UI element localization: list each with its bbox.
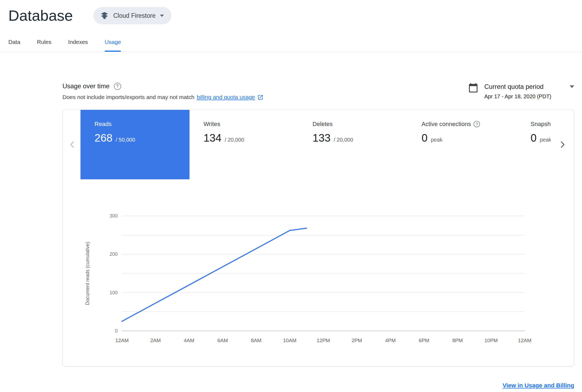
metrics-scroll-left-button[interactable]: [66, 110, 78, 179]
svg-text:4PM: 4PM: [385, 338, 396, 343]
svg-text:0: 0: [115, 328, 118, 334]
metric-label: Active connections: [422, 121, 471, 128]
usage-panel: Usage over time ? Does not include impor…: [62, 82, 574, 389]
svg-text:10AM: 10AM: [283, 338, 297, 343]
tab-usage-label: Usage: [105, 39, 121, 45]
svg-text:2AM: 2AM: [150, 338, 161, 343]
product-selector[interactable]: Cloud Firestore: [93, 7, 171, 24]
svg-text:4AM: 4AM: [184, 338, 194, 343]
svg-text:300: 300: [110, 213, 118, 219]
page-title: Database: [8, 7, 73, 24]
tab-bar: Data Rules Indexes Usage: [0, 32, 582, 52]
svg-text:10PM: 10PM: [485, 338, 498, 343]
product-selector-label: Cloud Firestore: [113, 12, 156, 19]
page-header: Database Cloud Firestore: [0, 0, 582, 24]
tab-data-label: Data: [8, 39, 20, 45]
metric-tab-reads[interactable]: Reads 268 / 50,000: [80, 110, 190, 179]
calendar-icon: [468, 83, 478, 93]
svg-text:12AM: 12AM: [115, 338, 129, 343]
chevron-right-icon: [558, 141, 566, 149]
subtitle-text: Does not include imports/exports and may…: [62, 94, 194, 100]
tab-indexes[interactable]: Indexes: [60, 32, 96, 52]
metrics-scroll-right-button[interactable]: [551, 110, 574, 179]
quota-period-label: Current quota period: [484, 83, 544, 91]
section-head: Usage over time ? Does not include impor…: [62, 82, 574, 100]
usage-chart-area: 010020030012AM2AM4AM6AM8AM10AM12PM2PM4PM…: [63, 179, 574, 366]
svg-text:6PM: 6PM: [419, 338, 429, 343]
metric-denominator: / 50,000: [116, 137, 135, 143]
tab-rules[interactable]: Rules: [29, 32, 60, 52]
tab-usage[interactable]: Usage: [96, 32, 129, 52]
svg-text:12PM: 12PM: [317, 338, 330, 343]
metric-value: 0: [422, 132, 427, 144]
metric-label: Writes: [204, 121, 299, 128]
metric-tab-writes[interactable]: Writes 134 / 20,000: [190, 110, 299, 179]
firestore-icon: [100, 11, 109, 20]
svg-text:12AM: 12AM: [518, 338, 531, 343]
metric-tab-active-connections[interactable]: Active connections ? 0 peak: [408, 110, 517, 179]
quota-period-range: Apr 17 - Apr 18, 2020 (PDT): [484, 93, 574, 100]
help-icon[interactable]: ?: [474, 121, 480, 127]
svg-text:100: 100: [110, 290, 118, 295]
tab-data[interactable]: Data: [0, 32, 29, 52]
metric-value: 0: [531, 132, 537, 144]
metric-label: Deletes: [313, 121, 408, 128]
help-glyph: ?: [116, 84, 119, 89]
help-glyph: ?: [476, 122, 478, 126]
svg-text:8AM: 8AM: [251, 338, 261, 343]
dropdown-caret-icon: [570, 85, 574, 88]
quota-period-selector[interactable]: Current quota period Apr 17 - Apr 18, 20…: [468, 82, 574, 100]
chevron-left-icon: [68, 141, 76, 149]
help-icon[interactable]: ?: [114, 83, 121, 90]
metric-denominator: peak: [431, 137, 442, 143]
metric-denominator: peak: [540, 137, 551, 143]
usage-line-chart: 010020030012AM2AM4AM6AM8AM10AM12PM2PM4PM…: [63, 179, 574, 366]
metric-label: Reads: [94, 121, 190, 128]
dropdown-caret-icon: [160, 15, 164, 17]
metric-tab-deletes[interactable]: Deletes 133 / 20,000: [299, 110, 408, 179]
svg-text:200: 200: [110, 251, 118, 257]
svg-text:Document reads (cumulative): Document reads (cumulative): [85, 242, 90, 305]
metric-value: 134: [204, 132, 222, 144]
svg-text:2PM: 2PM: [352, 338, 362, 343]
svg-text:6AM: 6AM: [217, 338, 228, 343]
metric-value: 133: [313, 132, 331, 144]
section-subtitle: Does not include imports/exports and may…: [62, 94, 264, 100]
metric-value: 268: [94, 132, 113, 144]
metric-tabs: Reads 268 / 50,000 Writes 134 / 20,000 D…: [63, 110, 574, 179]
usage-card: Reads 268 / 50,000 Writes 134 / 20,000 D…: [62, 110, 574, 366]
external-link-icon: [257, 94, 264, 100]
metric-denominator: / 20,000: [334, 137, 353, 143]
view-usage-billing-link[interactable]: View in Usage and Billing: [503, 382, 574, 389]
svg-text:8PM: 8PM: [452, 338, 463, 343]
billing-quota-usage-link[interactable]: billing and quota usage: [197, 94, 255, 100]
section-title: Usage over time: [62, 82, 110, 90]
tab-rules-label: Rules: [37, 39, 51, 45]
card-footer: View in Usage and Billing: [62, 382, 574, 389]
tab-indexes-label: Indexes: [68, 39, 88, 45]
metric-denominator: / 20,000: [225, 137, 244, 143]
